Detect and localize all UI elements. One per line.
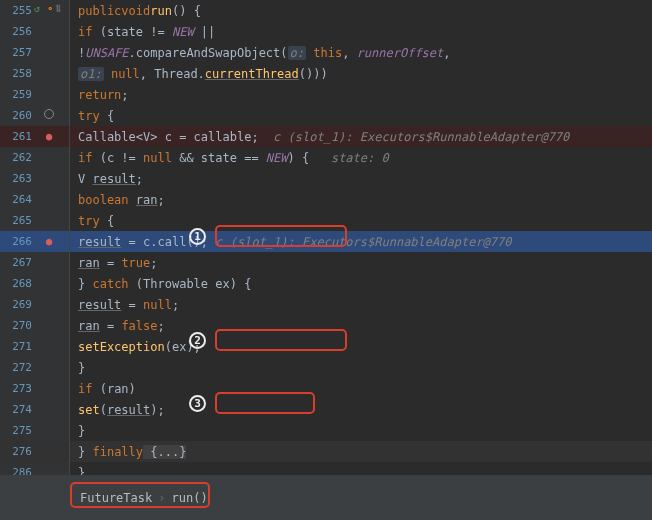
code-line: if (state != NEW || (70, 21, 652, 42)
breadcrumb-class[interactable]: FutureTask (80, 491, 152, 505)
gutter-top-icons: ↺ ⚬⥮ (34, 3, 62, 14)
code-line: if (c != null && state == NEW) { state: … (70, 147, 652, 168)
code-line: boolean ran; (70, 189, 652, 210)
gutter: ↺ ⚬⥮ 255 256 257 258 259 260 261● 262 26… (0, 0, 70, 475)
breakpoint-active-icon[interactable]: ● (32, 235, 66, 248)
code-line: result = null; (70, 294, 652, 315)
code-line: setException(ex); (70, 336, 652, 357)
code-area[interactable]: public void run() { if (state != NEW || … (70, 0, 652, 475)
code-line-execution: result = c.call(); c (slot_1): Executors… (70, 231, 652, 252)
annotation-number-2: 2 (189, 332, 206, 349)
code-line: set(result); (70, 399, 652, 420)
code-line: if (ran) (70, 378, 652, 399)
code-line: try { (70, 210, 652, 231)
code-line: public void run() { (70, 0, 652, 21)
annotation-number-3: 3 (189, 395, 206, 412)
code-line: return; (70, 84, 652, 105)
code-line: } finally {...} (70, 441, 652, 462)
code-line: } (70, 357, 652, 378)
code-editor[interactable]: ↺ ⚬⥮ 255 256 257 258 259 260 261● 262 26… (0, 0, 652, 475)
code-line: V result; (70, 168, 652, 189)
breakpoint-icon[interactable]: ● (32, 130, 66, 143)
disabled-breakpoint-icon[interactable] (32, 109, 66, 122)
breadcrumb-bar[interactable]: FutureTask › run() (0, 475, 652, 520)
code-line: ran = true; (70, 252, 652, 273)
code-line: ran = false; (70, 315, 652, 336)
annotation-number-1: 1 (189, 228, 206, 245)
code-line: } catch (Throwable ex) { (70, 273, 652, 294)
chevron-right-icon: › (158, 491, 165, 505)
code-line: !UNSAFE.compareAndSwapObject(o: this, ru… (70, 42, 652, 63)
code-line: o1: null, Thread.currentThread())) (70, 63, 652, 84)
code-line: } (70, 420, 652, 441)
breadcrumb-method[interactable]: run() (171, 491, 207, 505)
code-line: try { (70, 105, 652, 126)
code-line: Callable<V> c = callable; c (slot_1): Ex… (70, 126, 652, 147)
